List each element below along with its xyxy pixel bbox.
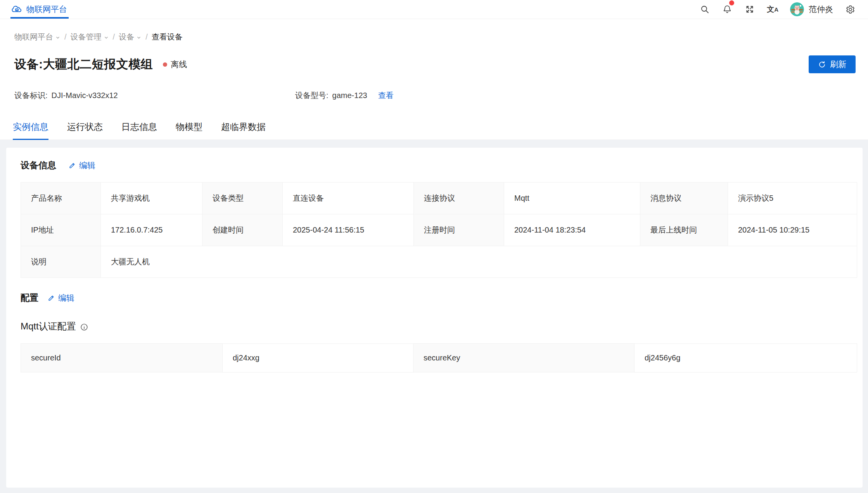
mqtt-auth-config-title: Mqtt认证配置 xyxy=(21,320,76,333)
config-title: 配置 xyxy=(21,292,38,304)
cell-label: secureId xyxy=(21,344,223,372)
table-row: 产品名称 共享游戏机 设备类型 直连设备 连接协议 Mqtt 消息协议 演示协议… xyxy=(21,183,857,214)
cell-value: dj24xxg xyxy=(223,344,413,372)
cell-label: 消息协议 xyxy=(640,183,728,214)
device-model-value: game-123 xyxy=(332,91,367,100)
edit-pencil-icon xyxy=(69,162,76,169)
user-menu[interactable]: 范仲炎 xyxy=(790,2,833,16)
cell-value: 172.16.0.7:425 xyxy=(101,214,202,246)
nav-active-indicator xyxy=(10,17,69,19)
breadcrumb-separator: / xyxy=(64,33,67,41)
edit-config-link[interactable]: 编辑 xyxy=(48,293,74,303)
mqtt-auth-config-table: secureId dj24xxg secureKey dj2456y6g xyxy=(21,343,857,372)
cell-label: 注册时间 xyxy=(414,214,504,246)
tab-log-info[interactable]: 日志信息 xyxy=(121,121,157,140)
breadcrumb-item-device[interactable]: 设备 xyxy=(119,32,142,42)
breadcrumb-separator: / xyxy=(145,33,148,41)
device-id-value: DJI-Mavic-v332x12 xyxy=(52,91,118,100)
device-id-field: 设备标识: DJI-Mavic-v332x12 xyxy=(14,90,295,101)
nav-brand[interactable]: 物联网平台 xyxy=(11,0,67,19)
iot-cloud-logo-icon xyxy=(11,4,22,15)
mqtt-auth-config-head: Mqtt认证配置 xyxy=(14,320,857,333)
cell-value: 大疆无人机 xyxy=(101,246,857,278)
tab-supercritical-data[interactable]: 超临界数据 xyxy=(221,121,266,140)
breadcrumb-item-current: 查看设备 xyxy=(152,32,183,42)
cell-value: 2024-11-04 18:23:54 xyxy=(504,214,640,246)
cell-label: 连接协议 xyxy=(414,183,504,214)
device-model-label: 设备型号: xyxy=(295,90,329,101)
cell-label: secureKey xyxy=(413,344,635,372)
offline-status-dot-icon xyxy=(163,62,167,67)
chevron-down-icon xyxy=(55,35,61,40)
refresh-icon xyxy=(818,60,826,69)
edit-device-info-link[interactable]: 编辑 xyxy=(69,160,95,171)
tab-thing-model[interactable]: 物模型 xyxy=(176,121,202,140)
breadcrumb-item-device-management[interactable]: 设备管理 xyxy=(71,32,109,42)
table-row: secureId dj24xxg secureKey dj2456y6g xyxy=(21,344,857,372)
breadcrumb-item-platform[interactable]: 物联网平台 xyxy=(14,32,61,42)
cell-label: 创建时间 xyxy=(202,214,283,246)
cell-label: 说明 xyxy=(21,246,101,278)
user-name: 范仲炎 xyxy=(809,4,833,15)
edit-pencil-icon xyxy=(48,294,55,302)
detail-tabs: 实例信息 运行状态 日志信息 物模型 超临界数据 xyxy=(0,101,868,140)
device-info-title: 设备信息 xyxy=(21,159,56,171)
config-section-head: 配置 编辑 xyxy=(14,292,857,304)
page-title: 设备:大疆北二短报文模组 xyxy=(14,56,153,72)
device-info-section-head: 设备信息 编辑 xyxy=(14,159,857,171)
device-meta-row: 设备标识: DJI-Mavic-v332x12 设备型号: game-123 查… xyxy=(0,73,868,101)
notification-bell-icon[interactable] xyxy=(722,4,733,15)
device-info-table: 产品名称 共享游戏机 设备类型 直连设备 连接协议 Mqtt 消息协议 演示协议… xyxy=(21,182,857,278)
tab-running-status[interactable]: 运行状态 xyxy=(67,121,103,140)
status-badge: 离线 xyxy=(163,59,187,70)
cell-value: 直连设备 xyxy=(283,183,414,214)
cell-value: 2025-04-24 11:56:15 xyxy=(283,214,414,246)
page-header: 设备:大疆北二短报文模组 离线 刷新 xyxy=(0,42,868,73)
cell-label: 设备类型 xyxy=(202,183,283,214)
page-body: 设备信息 编辑 产品名称 共享游戏机 xyxy=(0,140,868,493)
table-row: IP地址 172.16.0.7:425 创建时间 2025-04-24 11:5… xyxy=(21,214,857,246)
cell-value: 演示协议5 xyxy=(728,183,857,214)
app-title: 物联网平台 xyxy=(26,4,67,15)
chevron-down-icon xyxy=(104,35,109,40)
cell-value: Mqtt xyxy=(504,183,640,214)
cell-value: dj2456y6g xyxy=(635,344,857,372)
device-id-label: 设备标识: xyxy=(14,90,48,101)
breadcrumb-separator: / xyxy=(113,33,115,41)
cell-value: 共享游戏机 xyxy=(101,183,202,214)
info-circle-icon[interactable] xyxy=(80,323,88,331)
notification-badge xyxy=(729,0,734,5)
view-model-link[interactable]: 查看 xyxy=(378,90,394,101)
app-root: 物联网平台 xyxy=(0,0,868,493)
table-row: 说明 大疆无人机 xyxy=(21,246,857,278)
refresh-button[interactable]: 刷新 xyxy=(809,55,856,73)
avatar xyxy=(790,2,804,16)
fullscreen-icon[interactable] xyxy=(744,4,755,15)
cell-label: 产品名称 xyxy=(21,183,101,214)
status-label: 离线 xyxy=(171,59,187,70)
translate-icon[interactable]: 文A xyxy=(767,4,778,15)
instance-info-card: 设备信息 编辑 产品名称 共享游戏机 xyxy=(6,148,863,488)
search-icon[interactable] xyxy=(699,4,710,15)
breadcrumb: 物联网平台 / 设备管理 / 设备 / 查看设备 xyxy=(0,19,868,42)
device-model-field: 设备型号: game-123 查看 xyxy=(295,90,394,101)
top-navbar: 物联网平台 xyxy=(0,0,868,19)
cell-label: 最后上线时间 xyxy=(640,214,728,246)
cell-value: 2024-11-05 10:29:15 xyxy=(728,214,857,246)
settings-gear-icon[interactable] xyxy=(845,4,856,15)
chevron-down-icon xyxy=(136,35,142,40)
tab-instance-info[interactable]: 实例信息 xyxy=(13,121,48,140)
nav-actions: 文A xyxy=(699,0,856,19)
cell-label: IP地址 xyxy=(21,214,101,246)
